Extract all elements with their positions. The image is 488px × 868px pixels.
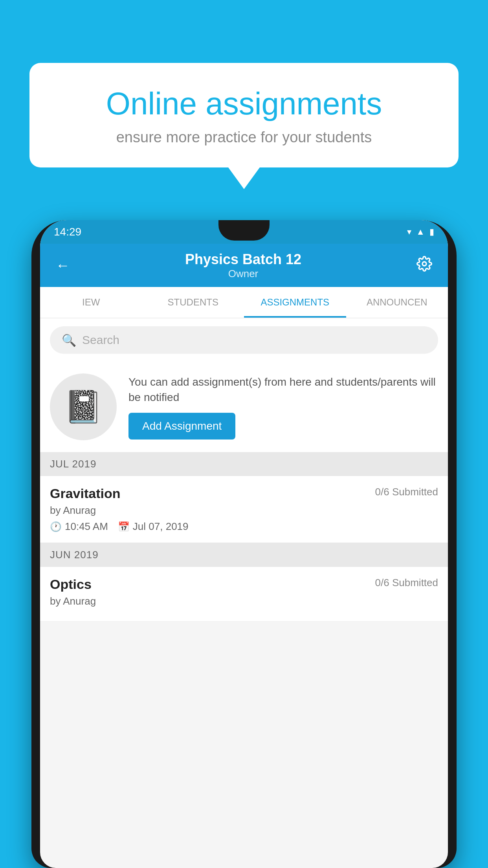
speech-bubble: Online assignments ensure more practice …: [29, 63, 459, 167]
promo-section: 📓 You can add assignment(s) from here an…: [40, 362, 448, 452]
promo-content: You can add assignment(s) from here and …: [128, 374, 438, 440]
promo-text: You can add assignment(s) from here and …: [128, 374, 438, 405]
assignment-meta-gravitation: 🕐 10:45 AM 📅 Jul 07, 2019: [50, 520, 438, 533]
app-bar-title-container: Physics Batch 12 Owner: [74, 251, 413, 280]
search-bar-container: 🔍 Search: [40, 318, 448, 362]
assignment-submitted-gravitation: 0/6 Submitted: [375, 486, 438, 498]
search-icon: 🔍: [62, 333, 76, 347]
content-area: 🔍 Search 📓 You can add assignment(s) fro…: [40, 318, 448, 622]
speech-bubble-subtitle: ensure more practice for your students: [57, 129, 431, 146]
assignment-time-gravitation: 🕐 10:45 AM: [50, 520, 108, 533]
calendar-icon: 📅: [118, 521, 130, 532]
clock-icon: 🕐: [50, 521, 62, 532]
section-header-jun: JUN 2019: [40, 543, 448, 567]
status-icons: ▾ ▲ ▮: [407, 227, 434, 237]
assignment-name-optics: Optics: [50, 577, 92, 592]
app-bar: ← Physics Batch 12 Owner: [40, 244, 448, 287]
status-time: 14:29: [54, 226, 81, 238]
search-placeholder: Search: [82, 333, 119, 347]
search-bar[interactable]: 🔍 Search: [50, 326, 438, 354]
section-header-jul: JUL 2019: [40, 452, 448, 476]
battery-icon: ▮: [429, 227, 434, 237]
assignment-item-gravitation[interactable]: Gravitation 0/6 Submitted by Anurag 🕐 10…: [40, 476, 448, 543]
tab-students[interactable]: STUDENTS: [142, 287, 244, 318]
wifi-icon: ▾: [407, 227, 411, 237]
speech-bubble-container: Online assignments ensure more practice …: [29, 63, 459, 189]
tab-assignments[interactable]: ASSIGNMENTS: [244, 287, 346, 318]
notebook-icon: 📓: [64, 388, 103, 425]
back-button[interactable]: ←: [52, 253, 74, 278]
phone-notch: [218, 220, 270, 241]
assignment-name-gravitation: Gravitation: [50, 486, 120, 501]
speech-bubble-tail: [228, 167, 260, 189]
add-assignment-button[interactable]: Add Assignment: [128, 413, 235, 440]
assignment-submitted-optics: 0/6 Submitted: [375, 577, 438, 589]
app-bar-subtitle: Owner: [74, 268, 413, 280]
assignment-item-header: Gravitation 0/6 Submitted: [50, 486, 438, 501]
phone-frame: 14:29 ▾ ▲ ▮ ← Physics Batch 12 Owner: [31, 220, 457, 868]
signal-icon: ▲: [416, 227, 425, 237]
tab-iew[interactable]: IEW: [40, 287, 142, 318]
assignment-item-optics[interactable]: Optics 0/6 Submitted by Anurag: [40, 567, 448, 622]
assignment-date-gravitation: 📅 Jul 07, 2019: [118, 520, 189, 533]
assignment-item-header-optics: Optics 0/6 Submitted: [50, 577, 438, 592]
settings-button[interactable]: [413, 252, 436, 279]
tab-announcements[interactable]: ANNOUNCEN: [346, 287, 448, 318]
tabs-bar: IEW STUDENTS ASSIGNMENTS ANNOUNCEN: [40, 287, 448, 318]
promo-icon-circle: 📓: [50, 373, 117, 440]
assignment-by-gravitation: by Anurag: [50, 504, 438, 517]
phone-screen: 14:29 ▾ ▲ ▮ ← Physics Batch 12 Owner: [40, 220, 448, 868]
speech-bubble-title: Online assignments: [57, 86, 431, 121]
assignment-by-optics: by Anurag: [50, 595, 438, 607]
app-bar-title: Physics Batch 12: [74, 251, 413, 268]
svg-point-0: [422, 262, 426, 266]
